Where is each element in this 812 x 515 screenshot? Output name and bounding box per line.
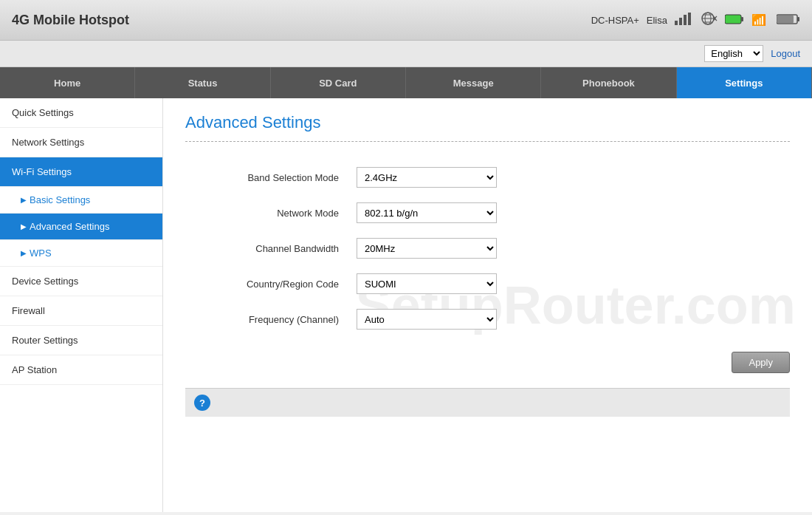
header-right: DC-HSPA+ Elisa [591,12,800,29]
tab-status[interactable]: Status [135,67,270,98]
label-band-selection-mode: Band Selection Mode [185,160,348,195]
tab-message[interactable]: Message [406,67,541,98]
sidebar-item-wifi-settings[interactable]: Wi-Fi Settings [0,157,162,187]
nav-tabs: Home Status SD Card Message Phonebook Se… [0,67,812,98]
svg-rect-0 [675,21,678,25]
input-cell-network-mode: 802.11 b/g/n 802.11 n 802.11 b/g [348,195,790,231]
apply-button[interactable]: Apply [732,352,790,373]
globe-icon [701,12,718,29]
sidebar-item-network-settings[interactable]: Network Settings [0,128,162,157]
svg-rect-1 [679,18,682,25]
select-country-region-code[interactable]: SUOMI FCC ETSI [357,273,497,294]
lang-bar: English Finnish Swedish Logout [0,41,812,67]
field-country-region-code: Country/Region Code SUOMI FCC ETSI [185,266,790,301]
signal-icon [675,12,694,28]
app-title: 4G Mobile Hotspot [12,13,129,28]
sidebar-item-router-settings[interactable]: Router Settings [0,326,162,355]
select-band-selection-mode[interactable]: 2.4GHz 5GHz [357,167,497,188]
sidebar-item-ap-station[interactable]: AP Station [0,355,162,385]
settings-form: Band Selection Mode 2.4GHz 5GHz Network … [185,160,790,337]
help-bar: ? [185,388,790,417]
tab-settings[interactable]: Settings [677,67,812,98]
sidebar-item-quick-settings[interactable]: Quick Settings [0,98,162,128]
sidebar-item-firewall[interactable]: Firewall [0,296,162,326]
svg-rect-17 [797,17,799,21]
sidebar-item-advanced-settings[interactable]: ▶ Advanced Settings [0,214,162,240]
page-title: Advanced Settings [185,113,790,132]
header: 4G Mobile Hotspot DC-HSPA+ Elisa [0,0,812,41]
help-icon[interactable]: ? [194,395,210,411]
content-area: SetupRouter.com Advanced Settings Band S… [163,98,812,512]
battery-green-icon [725,14,744,27]
language-select[interactable]: English Finnish Swedish [704,45,763,62]
sidebar: Quick Settings Network Settings Wi-Fi Se… [0,98,163,512]
network-type-label: DC-HSPA+ [591,15,639,26]
battery-icon [777,13,800,27]
header-status: DC-HSPA+ Elisa [591,12,800,29]
apply-row: Apply [185,352,790,381]
svg-text:📶: 📶 [751,13,766,26]
input-cell-frequency-channel: Auto 1234 5678 910111213 [348,301,790,337]
field-network-mode: Network Mode 802.11 b/g/n 802.11 n 802.1… [185,195,790,231]
label-country-region-code: Country/Region Code [185,266,348,301]
arrow-icon-wps: ▶ [21,249,27,257]
svg-rect-18 [777,16,794,23]
svg-rect-14 [741,17,743,21]
field-frequency-channel: Frequency (Channel) Auto 1234 5678 91011… [185,301,790,337]
svg-rect-13 [725,15,741,24]
sidebar-item-basic-settings[interactable]: ▶ Basic Settings [0,187,162,214]
label-network-mode: Network Mode [185,195,348,231]
content-inner: Advanced Settings Band Selection Mode 2.… [185,113,790,417]
input-cell-channel-bandwidth: 20MHz 40MHz [348,231,790,266]
input-cell-country-region-code: SUOMI FCC ETSI [348,266,790,301]
field-channel-bandwidth: Channel Bandwidth 20MHz 40MHz [185,231,790,266]
select-channel-bandwidth[interactable]: 20MHz 40MHz [357,238,497,259]
select-frequency-channel[interactable]: Auto 1234 5678 910111213 [357,309,497,330]
arrow-icon-basic: ▶ [21,196,27,204]
tab-sdcard[interactable]: SD Card [271,67,406,98]
label-channel-bandwidth: Channel Bandwidth [185,231,348,266]
sidebar-item-wps[interactable]: ▶ WPS [0,240,162,267]
wifi-icon: 📶 [751,13,769,28]
svg-rect-3 [688,13,691,25]
svg-rect-2 [684,15,687,25]
label-frequency-channel: Frequency (Channel) [185,301,348,337]
main-layout: Quick Settings Network Settings Wi-Fi Se… [0,98,812,512]
divider [185,141,790,142]
logout-link[interactable]: Logout [771,48,800,59]
input-cell-band-selection-mode: 2.4GHz 5GHz [348,160,790,195]
select-network-mode[interactable]: 802.11 b/g/n 802.11 n 802.11 b/g [357,202,497,223]
tab-home[interactable]: Home [0,67,135,98]
user-label: Elisa [647,15,667,26]
arrow-icon-advanced: ▶ [21,222,27,231]
sidebar-item-device-settings[interactable]: Device Settings [0,267,162,296]
field-band-selection-mode: Band Selection Mode 2.4GHz 5GHz [185,160,790,195]
tab-phonebook[interactable]: Phonebook [541,67,676,98]
